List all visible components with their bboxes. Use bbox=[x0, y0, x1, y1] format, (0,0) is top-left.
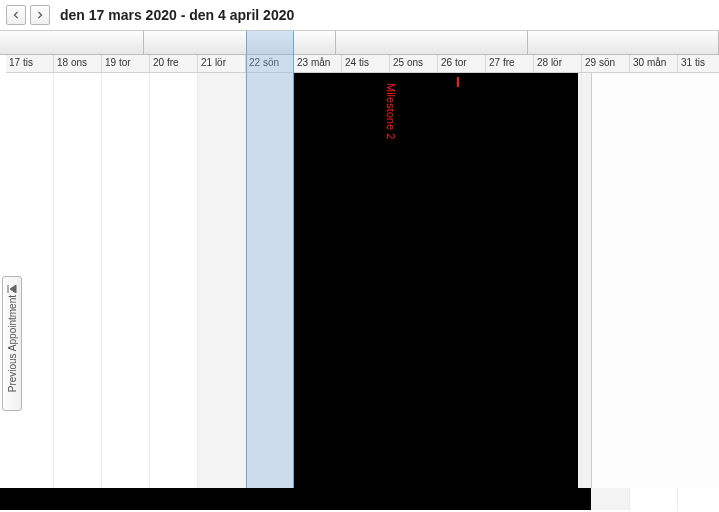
day-header-cell[interactable]: 31 tis bbox=[678, 55, 719, 72]
previous-appointment-tab[interactable]: Previous Appointment bbox=[2, 276, 22, 411]
day-column[interactable] bbox=[102, 73, 150, 510]
day-header-cell[interactable]: 20 fre bbox=[150, 55, 198, 72]
previous-appointment-label: Previous Appointment bbox=[7, 295, 18, 392]
day-header-cell[interactable]: 26 tor bbox=[438, 55, 486, 72]
day-header-cell[interactable]: 19 tor bbox=[102, 55, 150, 72]
chevron-left-icon bbox=[12, 11, 20, 19]
day-column[interactable] bbox=[150, 73, 198, 510]
chevron-right-icon bbox=[36, 11, 44, 19]
day-header-cell[interactable]: 21 lör bbox=[198, 55, 246, 72]
group-header-cell bbox=[528, 31, 719, 54]
milestone-marker bbox=[457, 77, 459, 87]
day-header-cell[interactable]: 29 sön bbox=[582, 55, 630, 72]
date-range-label: den 17 mars 2020 - den 4 april 2020 bbox=[60, 7, 294, 23]
next-range-button[interactable] bbox=[30, 5, 50, 25]
group-header-cell bbox=[0, 31, 144, 54]
day-header-cell[interactable]: 28 lör bbox=[534, 55, 582, 72]
day-column[interactable] bbox=[198, 73, 246, 510]
day-header-cell[interactable]: 25 ons bbox=[390, 55, 438, 72]
day-column[interactable] bbox=[246, 73, 294, 510]
day-header-row: 17 tis18 ons19 tor20 fre21 lör22 sön23 m… bbox=[6, 55, 719, 73]
day-header-cell[interactable]: 24 tis bbox=[342, 55, 390, 72]
day-header-cell[interactable]: 18 ons bbox=[54, 55, 102, 72]
day-header-cell[interactable]: 22 sön bbox=[246, 55, 294, 72]
appointment-block-bottom[interactable] bbox=[0, 488, 591, 510]
day-header-cell[interactable]: 23 mån bbox=[294, 55, 342, 72]
prev-range-button[interactable] bbox=[6, 5, 26, 25]
appointment-block-large[interactable] bbox=[294, 73, 578, 488]
appointment-block-top[interactable] bbox=[294, 77, 457, 89]
group-header-row bbox=[0, 31, 719, 55]
timeline[interactable]: 17 tis18 ons19 tor20 fre21 lör22 sön23 m… bbox=[0, 30, 719, 510]
group-header-cell bbox=[144, 31, 336, 54]
day-header-cell[interactable]: 30 mån bbox=[630, 55, 678, 72]
timeline-trailing-area bbox=[591, 73, 719, 488]
day-column[interactable] bbox=[54, 73, 102, 510]
arrow-left-stop-icon bbox=[7, 283, 17, 295]
day-header-cell[interactable]: 27 fre bbox=[486, 55, 534, 72]
day-header-cell[interactable]: 17 tis bbox=[6, 55, 54, 72]
group-header-cell bbox=[336, 31, 528, 54]
toolbar: den 17 mars 2020 - den 4 april 2020 bbox=[0, 0, 719, 30]
